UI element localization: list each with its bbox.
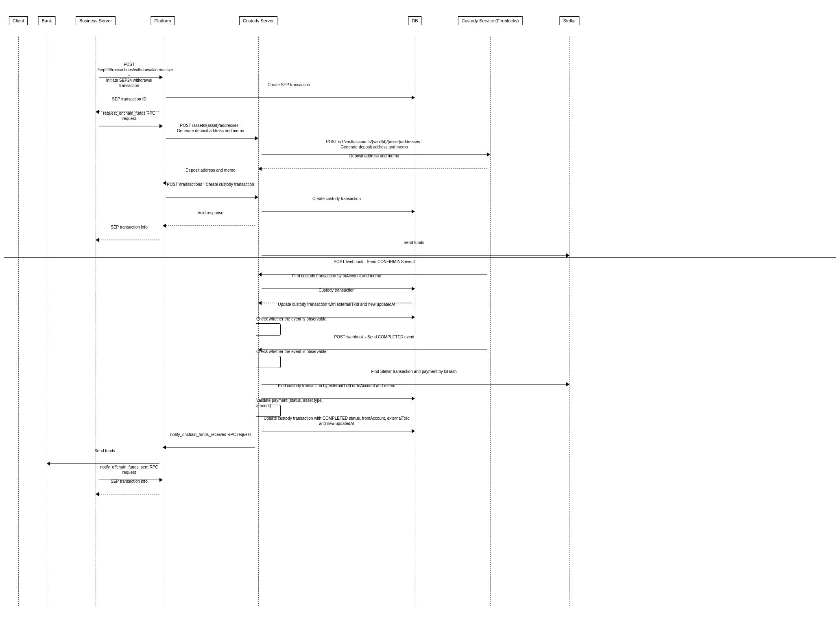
arrow: POST /transactions - Create custody tran… xyxy=(163,193,258,201)
arrow: SEP transaction info xyxy=(96,490,163,498)
lifeline-db xyxy=(415,37,415,606)
lifeline-bank xyxy=(47,37,47,606)
arrow-label: Update custody transaction with external… xyxy=(260,302,413,307)
arrow: POST /sep24/transactions/withdrawal/inte… xyxy=(96,73,163,81)
arrow: Update custody transaction with COMPLETE… xyxy=(258,427,415,435)
arrow-label: POST /assets/{asset}/addresses - Generat… xyxy=(165,123,256,133)
arrow-label: POST /webhook - Send COMPLETED event xyxy=(260,334,488,340)
lifeline-custody_service xyxy=(490,37,491,606)
actor-custody_server: Custody Server xyxy=(239,16,277,25)
lifeline-stellar xyxy=(569,37,570,606)
lifeline-client xyxy=(18,37,19,606)
arrow: Create SEP transaction xyxy=(163,94,415,102)
arrow-label: Create SEP transaction xyxy=(165,82,413,87)
arrow-label: POST /webhook - Send CONFIRMING event xyxy=(260,259,488,264)
actor-db: DB xyxy=(408,16,421,25)
arrow-label: Find Stellar transaction and payment by … xyxy=(260,369,567,374)
actor-platform: Platform xyxy=(151,16,175,25)
arrow-label: Send funds xyxy=(260,240,567,245)
arrow-label: Create custody transaction xyxy=(260,196,413,201)
arrow-label: SEP transaction info xyxy=(98,479,161,484)
self-arrow xyxy=(256,323,281,336)
arrow-label: Deposit address and memo xyxy=(165,168,256,173)
arrow: Update custody transaction with external… xyxy=(258,313,415,321)
actor-stellar: Stellar xyxy=(559,16,579,25)
actor-bank: Bank xyxy=(38,16,55,25)
actor-client: Client xyxy=(9,16,28,25)
self-arrow xyxy=(256,405,281,417)
arrow-label: notify_offchain_funds_sent RPC request xyxy=(98,464,161,475)
arrow: Void response xyxy=(163,222,258,230)
arrow: POST /assets/{asset}/addresses - Generat… xyxy=(163,134,258,142)
arrow: SEP transaction info xyxy=(96,236,163,244)
arrow-label: Custody transaction xyxy=(260,288,413,293)
arrow-label: Find custody transaction by toAccount an… xyxy=(260,273,413,279)
lifeline-custody_server xyxy=(258,37,259,606)
arrow-label: Void response xyxy=(165,210,256,216)
arrow-label: SEP transaction info xyxy=(98,224,161,230)
arrow: request_onchain_funds RPC request xyxy=(96,122,163,130)
arrow-label: POST /transactions - Create custody tran… xyxy=(165,182,256,187)
sequence-area: POST /sep24/transactions/withdrawal/inte… xyxy=(4,37,836,606)
lifeline-platform xyxy=(163,37,163,606)
arrow-label: notify_onchain_funds_received RPC reques… xyxy=(165,432,256,437)
actors-row: ClientBankBusiness ServerPlatformCustody… xyxy=(4,16,836,37)
arrow-label: Find custody transaction by externalTxId… xyxy=(260,383,413,388)
self-arrow xyxy=(256,356,281,368)
arrow: Send funds xyxy=(258,251,569,259)
arrow-label: Update custody transaction with COMPLETE… xyxy=(260,416,413,426)
arrow-label: POST /sep24/transactions/withdrawal/inte… xyxy=(98,62,161,88)
diagram-container: ClientBankBusiness ServerPlatformCustody… xyxy=(0,0,840,632)
actor-custody_service: Custody Service (Fireblocks) xyxy=(458,16,523,25)
arrow-label: SEP transaction ID xyxy=(98,96,161,102)
arrow: POST /webhook - Send COMPLETED event xyxy=(258,346,490,354)
arrow: Create custody transaction xyxy=(258,207,415,216)
arrow: notify_onchain_funds_received RPC reques… xyxy=(163,443,258,451)
arrow-label: Deposit address and memo xyxy=(260,153,488,159)
arrow-label: request_onchain_funds RPC request xyxy=(98,111,161,121)
arrow-label: Send funds xyxy=(49,448,161,453)
arrow: Deposit address and memo xyxy=(258,165,490,173)
actor-business_server: Business Server xyxy=(76,16,116,25)
arrow-label: POST /v1/vault/accounts/{vaultId}/{asset… xyxy=(260,139,488,150)
arrow: Find custody transaction by externalTxId… xyxy=(258,394,415,403)
